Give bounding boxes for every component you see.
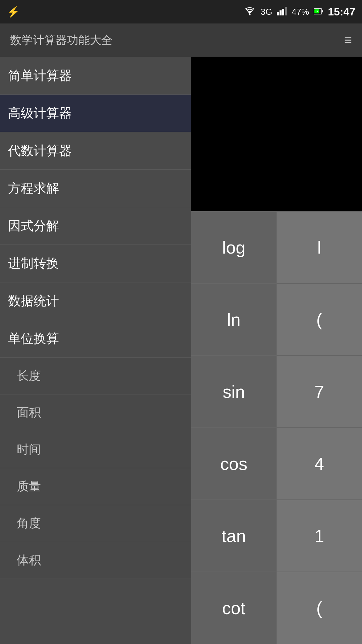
status-left: ⚡: [7, 5, 20, 18]
sidebar-item-time[interactable]: 时间: [0, 431, 191, 468]
calc-btn-right-1[interactable]: (: [277, 283, 362, 356]
display-area: [191, 57, 362, 211]
calc-btn-cot[interactable]: cot: [191, 572, 277, 644]
battery-icon: [314, 7, 323, 17]
status-bar: ⚡ 3G 47%: [0, 0, 362, 23]
status-right: 3G 47% 15:47: [244, 6, 355, 18]
sidebar-item-algebra-calc[interactable]: 代数计算器: [0, 132, 191, 170]
sidebar-item-base-convert[interactable]: 进制转换: [0, 245, 191, 282]
svg-rect-1: [277, 12, 279, 15]
app-title: 数学计算器功能大全: [10, 33, 113, 48]
sidebar-item-advanced-calc[interactable]: 高级计算器: [0, 95, 191, 132]
calc-btn-right-0[interactable]: l: [277, 211, 362, 283]
sidebar-item-area[interactable]: 面积: [0, 394, 191, 431]
menu-button[interactable]: ≡: [344, 33, 352, 48]
sidebar-item-factorization[interactable]: 因式分解: [0, 207, 191, 245]
svg-rect-6: [322, 10, 323, 12]
sidebar-item-volume[interactable]: 体积: [0, 542, 191, 579]
svg-rect-4: [285, 7, 287, 15]
svg-point-0: [249, 13, 251, 15]
sidebar-item-data-stats[interactable]: 数据统计: [0, 282, 191, 320]
wifi-icon: [244, 6, 256, 18]
calc-btn-sin[interactable]: sin: [191, 356, 277, 428]
time-label: 15:47: [328, 6, 355, 18]
svg-rect-3: [282, 9, 284, 15]
app-header: 数学计算器功能大全 ≡: [0, 23, 362, 57]
calc-btn-ln[interactable]: ln: [191, 283, 277, 356]
calc-btn-right-4[interactable]: 1: [277, 500, 362, 572]
sidebar-item-unit-convert[interactable]: 单位换算: [0, 320, 191, 358]
calc-btn-log[interactable]: log: [191, 211, 277, 283]
calc-btn-right-2[interactable]: 7: [277, 356, 362, 428]
sidebar: 简单计算器高级计算器代数计算器方程求解因式分解进制转换数据统计单位换算长度面积时…: [0, 57, 191, 644]
sidebar-item-simple-calc[interactable]: 简单计算器: [0, 57, 191, 95]
calc-btn-tan[interactable]: tan: [191, 500, 277, 572]
calc-btn-cos[interactable]: cos: [191, 428, 277, 500]
sidebar-item-angle[interactable]: 角度: [0, 505, 191, 542]
calculator-area: loglln(sin7cos4tan1cot(: [191, 57, 362, 644]
calc-btn-right-5[interactable]: (: [277, 572, 362, 644]
signal-icon: [277, 6, 287, 18]
sidebar-item-mass[interactable]: 质量: [0, 468, 191, 505]
network-label: 3G: [260, 7, 272, 17]
sidebar-item-equation-solve[interactable]: 方程求解: [0, 170, 191, 207]
buttons-area: loglln(sin7cos4tan1cot(: [191, 211, 362, 644]
battery-label: 47%: [292, 7, 309, 17]
main-content: 简单计算器高级计算器代数计算器方程求解因式分解进制转换数据统计单位换算长度面积时…: [0, 57, 362, 644]
sidebar-item-length[interactable]: 长度: [0, 358, 191, 394]
calc-btn-right-3[interactable]: 4: [277, 428, 362, 500]
usb-icon: ⚡: [7, 5, 20, 18]
svg-rect-2: [280, 10, 282, 15]
